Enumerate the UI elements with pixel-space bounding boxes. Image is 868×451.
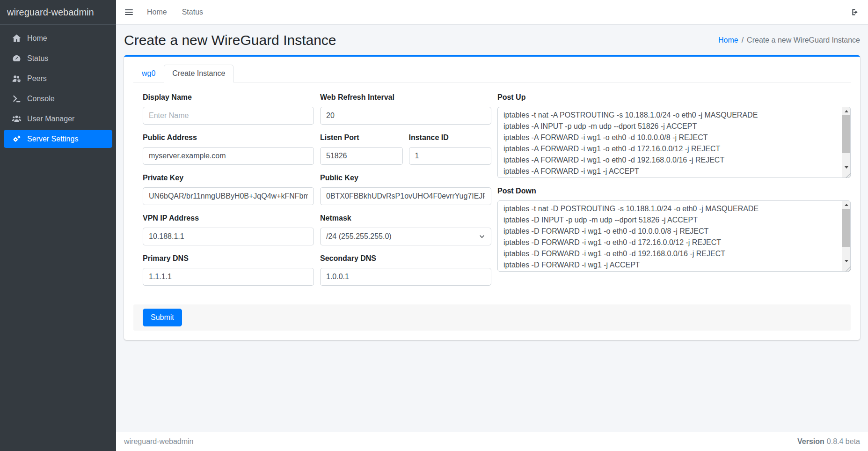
- content: Create a new WireGuard Instance Home/Cre…: [116, 25, 868, 432]
- sidebar-item-home[interactable]: Home: [4, 29, 112, 47]
- scrollbar-thumb[interactable]: [842, 115, 850, 153]
- breadcrumb: Home/Create a new WireGuard Instance: [718, 36, 860, 44]
- scrollbar[interactable]: [842, 107, 850, 177]
- sign-out-icon: [850, 7, 859, 17]
- users-icon: [10, 114, 22, 124]
- public-key-input[interactable]: [320, 187, 491, 205]
- sidebar-item-server-settings[interactable]: Server Settings: [4, 130, 112, 148]
- submit-button[interactable]: Submit: [143, 309, 182, 326]
- terminal-icon: [10, 94, 22, 104]
- scrollbar[interactable]: [842, 201, 850, 271]
- scroll-up-icon[interactable]: [842, 201, 850, 209]
- listen-port-input[interactable]: [320, 147, 403, 165]
- sidebar-item-label: Peers: [27, 74, 47, 83]
- scrollbar-thumb[interactable]: [842, 209, 850, 247]
- sidebar-item-user-manager[interactable]: User Manager: [4, 110, 112, 128]
- netmask-selected-value: /24 (255.255.255.0): [326, 232, 476, 241]
- display-name-label: Display Name: [143, 92, 314, 103]
- post-down-textarea[interactable]: iptables -t nat -D POSTROUTING -s 10.188…: [497, 200, 851, 272]
- menu-icon: [125, 9, 133, 10]
- breadcrumb-home-link[interactable]: Home: [718, 36, 738, 44]
- content-header: Create a new WireGuard Instance Home/Cre…: [124, 32, 860, 48]
- display-name-input[interactable]: [143, 107, 314, 125]
- sidebar-item-label: Server Settings: [27, 135, 78, 143]
- sidebar-item-console[interactable]: Console: [4, 89, 112, 108]
- sidebar: wireguard-webadmin Home Status Peers: [0, 0, 116, 451]
- breadcrumb-current: Create a new WireGuard Instance: [747, 36, 860, 44]
- menu-button[interactable]: [124, 6, 139, 19]
- private-key-input[interactable]: [143, 187, 314, 205]
- sidebar-item-label: User Manager: [27, 115, 74, 123]
- footer-version-value: 0.8.4 beta: [827, 437, 860, 445]
- instance-id-label: Instance ID: [409, 132, 492, 143]
- card-body: wg0 Create Instance Display Name Web Ref…: [124, 57, 860, 340]
- sidebar-item-status[interactable]: Status: [4, 49, 112, 67]
- footer-brand: wireguard-webadmin: [124, 437, 194, 446]
- sidebar-item-label: Home: [27, 34, 47, 43]
- footer-version: Version0.8.4 beta: [797, 437, 860, 446]
- topnav-link-home[interactable]: Home: [139, 4, 175, 20]
- tab-create-instance[interactable]: Create Instance: [164, 65, 233, 82]
- post-scripts-column: Post Up iptables -t nat -A POSTROUTING -…: [497, 92, 851, 279]
- instance-card: wg0 Create Instance Display Name Web Ref…: [124, 55, 860, 340]
- instance-id-group: Instance ID: [409, 132, 492, 165]
- private-key-label: Private Key: [143, 172, 314, 184]
- brand-title[interactable]: wireguard-webadmin: [0, 0, 116, 25]
- home-icon: [10, 33, 22, 43]
- tab-wg0[interactable]: wg0: [133, 65, 164, 82]
- secondary-dns-label: Secondary DNS: [320, 253, 491, 264]
- public-address-input[interactable]: [143, 147, 314, 165]
- sidebar-item-label: Status: [27, 54, 48, 63]
- sidebar-item-peers[interactable]: Peers: [4, 69, 112, 88]
- breadcrumb-separator: /: [742, 36, 744, 44]
- scroll-down-icon[interactable]: [842, 163, 850, 171]
- footer-version-label: Version: [797, 437, 824, 445]
- post-up-label: Post Up: [497, 92, 851, 103]
- main-area: Home Status Create a new WireGuard Insta…: [116, 0, 868, 451]
- post-down-label: Post Down: [497, 185, 851, 197]
- logout-button[interactable]: [849, 5, 860, 20]
- gauge-icon: [10, 53, 22, 63]
- primary-dns-input[interactable]: [143, 268, 314, 286]
- instance-id-input[interactable]: [409, 147, 492, 165]
- top-navbar: Home Status: [116, 0, 868, 25]
- public-address-label: Public Address: [143, 132, 314, 143]
- topnav-link-status[interactable]: Status: [175, 4, 211, 20]
- listen-port-label: Listen Port: [320, 132, 403, 143]
- gears-icon: [10, 134, 22, 144]
- web-refresh-interval-input[interactable]: [320, 107, 491, 125]
- vpn-ip-address-label: VPN IP Address: [143, 213, 314, 224]
- public-key-label: Public Key: [320, 172, 491, 184]
- form-footer: Submit: [133, 304, 851, 331]
- sidebar-nav: Home Status Peers Console: [0, 25, 116, 154]
- sidebar-item-label: Console: [27, 95, 55, 103]
- netmask-select[interactable]: /24 (255.255.255.0): [320, 228, 491, 245]
- page-footer: wireguard-webadmin Version0.8.4 beta: [116, 432, 868, 451]
- scroll-up-icon[interactable]: [842, 107, 850, 115]
- chevron-down-icon: [479, 233, 485, 240]
- listen-port-group: Listen Port: [320, 132, 403, 165]
- post-up-textarea[interactable]: iptables -t nat -A POSTROUTING -s 10.188…: [497, 107, 851, 178]
- netmask-label: Netmask: [320, 213, 491, 224]
- scroll-down-icon[interactable]: [842, 257, 850, 265]
- page-title: Create a new WireGuard Instance: [124, 32, 336, 48]
- instance-tabs: wg0 Create Instance: [133, 65, 851, 82]
- app-window: wireguard-webadmin Home Status Peers: [0, 0, 868, 451]
- instance-form: Display Name Web Refresh Interval Post U…: [143, 92, 851, 293]
- users-gear-icon: [10, 74, 22, 83]
- web-refresh-interval-label: Web Refresh Interval: [320, 92, 491, 103]
- secondary-dns-input[interactable]: [320, 268, 491, 286]
- vpn-ip-address-input[interactable]: [143, 228, 314, 245]
- primary-dns-label: Primary DNS: [143, 253, 314, 264]
